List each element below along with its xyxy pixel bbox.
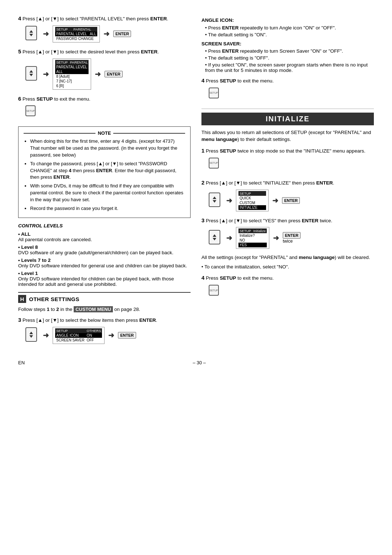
enter-button-step5: ENTER [105,71,122,77]
step4-exit-num: 4 [201,77,204,84]
init-step1-block: 1 Press SETUP twice in stop mode so that… [201,147,374,174]
enter-button-init2: ENTER [282,197,300,204]
ss-bullet2: The default setting is "OFF". [205,55,374,61]
control-levels-title: CONTROL LEVELS [18,222,191,230]
step3-other-diagram: ➜ SETUPOTHERS ANGLE ICONON SCREEN SAVERO… [25,327,191,344]
enter-button-step4: ENTER [113,31,131,37]
level-all: ALL All parental controls are canceled. [18,231,191,242]
after-step3-text: All the settings (except for "PARENTAL" … [201,254,374,261]
remote-icon-step6: SETUP [25,105,39,121]
step4-screen: SETUPPARENTAL PARENTAL LEVEL ALL PASSWOR… [53,25,100,42]
init-step1-text: Press SETUP twice in stop mode so that t… [206,148,366,154]
initialize-header: INITIALIZE [201,113,374,125]
init-step2-text: Press [▲] or [▼] to select "INITIALIZE" … [206,180,334,186]
footer-center: – 30 – [193,360,206,365]
level-1: Level 1 Only DVD software intended for c… [18,271,191,287]
other-settings-header: H OTHER SETTINGS [18,292,191,303]
section-divider [201,109,374,109]
init-step4-diagram: SETUP [209,285,374,301]
arrow-right2-icon: ➜ [103,29,110,38]
step6-text: Press SETUP to exit the menu. [23,96,90,102]
init-step3-block: 3 Press [▲] or [▼] to select "YES" then … [201,216,374,249]
remote-icon-step5 [25,66,39,82]
custom-menu-highlight: CUSTOM MENU [74,306,113,312]
note-item-3: With some DVDs, it may be difficult to f… [30,183,185,203]
other-settings-title: OTHER SETTINGS [29,296,79,302]
arrow-right4-icon: ➜ [95,70,101,78]
level-all-text: All parental controls are canceled. [18,237,92,242]
init-step1-diagram: SETUP [209,158,374,174]
step3-other-num: 3 [18,317,21,323]
left-column: 4 Press [▲] or [▼] to select "PARENTAL L… [18,15,191,349]
remote-icon-init2 [209,193,222,208]
remote-icon-init3 [209,230,222,246]
arrow-up-icon [29,30,33,33]
note-item-1: When doing this for the first time, ente… [30,138,185,159]
note-label: NOTE [24,130,185,136]
arrow-right8-icon: ➜ [272,196,278,205]
arrow-down3-icon [29,335,33,338]
step4-diagram: ➜ SETUPPARENTAL PARENTAL LEVEL ALL PASSW… [25,25,191,42]
level-7to2-label: Levels 7 to 2 [18,258,51,263]
ss-bullet1: Press ENTER repeatedly to turn Screen Sa… [205,48,374,54]
arrow-up3-icon [29,332,33,334]
level-7to2: Levels 7 to 2 Only DVD software intended… [18,258,191,268]
init-step2-diagram: ➜ SETUP QUICK CUSTOM INITIALIZE ➜ ENTER [209,190,374,211]
step4-bold: ENTER [150,16,167,21]
other-screen: SETUPOTHERS ANGLE ICONON SCREEN SAVEROFF [53,327,105,344]
step4-exit-bold: SETUP [220,78,236,84]
step5-num: 5 [18,48,21,54]
ss-bullet3: If you select "ON", the screen saver pro… [205,62,374,73]
arrow-right-icon: ➜ [43,29,49,38]
step4-num: 4 [18,15,21,21]
arrow-right7-icon: ➜ [226,196,232,205]
init-step2-num: 2 [201,179,204,186]
init-screen2: SETUPInitialize Initialize? NO YES [236,227,269,249]
angle-bullet2: The default setting is "ON". [205,32,374,37]
arrow-up2-icon [29,70,33,73]
step4-block: 4 Press [▲] or [▼] to select "PARENTAL L… [18,15,191,42]
page-footer: EN – 30 – [18,360,374,365]
step6-num: 6 [18,96,21,102]
init-step2-block: 2 Press [▲] or [▼] to select "INITIALIZE… [201,179,374,211]
note-box: NOTE When doing this for the first time,… [18,126,191,218]
screen-saver-title: SCREEN SAVER: [201,40,374,48]
enter-button-init3: ENTER [283,232,301,239]
note-item-2: To change the password, press [▲] or [▼]… [30,161,185,181]
step5-text: Press [▲] or [▼] to select the desired l… [23,49,159,54]
arrow-right10-icon: ➜ [273,234,279,242]
init-step3-num: 3 [201,217,204,223]
note-item-4: Record the password in case you forget i… [30,205,185,212]
init-step4-block: 4 Press SETUP to exit the menu. SETUP [201,274,374,301]
remote-icon-step4 [25,26,39,42]
arrow-down2-icon [29,74,33,76]
init-step3-diagram: ➜ SETUPInitialize Initialize? NO YES ➜ E… [209,227,374,249]
angle-bullet1: Press ENTER repeatedly to turn Angle ico… [205,25,374,31]
arrow-down4-icon [213,200,216,203]
screen-saver-section: SCREEN SAVER: Press ENTER repeatedly to … [201,40,374,73]
arrow-right3-icon: ➜ [43,70,49,78]
arrow-down5-icon [213,238,216,240]
init-step4-num: 4 [201,275,204,281]
step4-text: Press [▲] or [▼] to select "PARENTAL LEV… [23,16,168,21]
step3-other-text: Press [▲] or [▼] to select the below ite… [23,317,157,323]
step6-diagram: SETUP [25,105,191,121]
arrow-up4-icon [213,197,216,199]
level-all-label: ALL [18,231,30,237]
init-para: This allows you to return all selections… [201,129,374,143]
step3-other-block: 3 Press [▲] or [▼] to select the below i… [18,316,191,344]
right-column: ANGLE ICON: Press ENTER repeatedly to tu… [201,15,374,349]
twice-label: twice [283,239,301,244]
init-step4-text: Press SETUP to exit the menu. [206,275,274,281]
remote-icon-init1: SETUP [209,158,222,174]
angle-icon-section: ANGLE ICON: Press ENTER repeatedly to tu… [201,17,374,37]
enter-button-step3-other: ENTER [118,332,136,339]
step6-block: 6 Press SETUP to exit the menu. SETUP [18,95,191,122]
remote-icon-step3-other [25,327,39,343]
step5-diagram: ➜ SETUPPARENTAL PARENTAL LEVEL ALL 8 [Ad… [25,58,191,90]
init-step1-num: 1 [201,147,204,154]
init-screen: SETUP QUICK CUSTOM INITIALIZE [236,190,269,211]
footer-left: EN [18,360,25,365]
step5-bold: ENTER [141,49,158,54]
level-8: Level 8 DVD software of any grade (adult… [18,244,191,255]
